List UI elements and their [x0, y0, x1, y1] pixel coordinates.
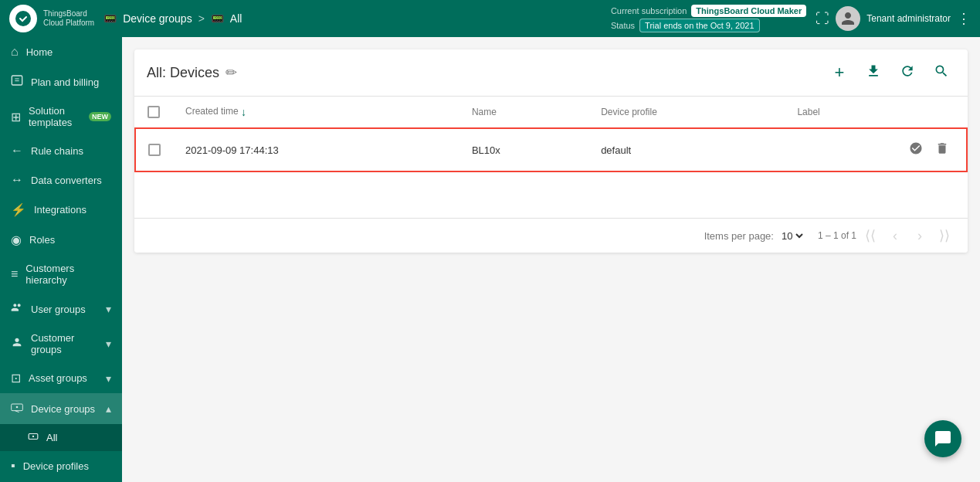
- refresh-button[interactable]: [894, 59, 921, 87]
- customer-groups-icon: [11, 336, 23, 351]
- topbar-right: Current subscription ThingsBoard Cloud M…: [611, 5, 971, 32]
- upload-button[interactable]: [860, 59, 887, 87]
- sidebar-label-device-groups: Device groups: [31, 403, 98, 415]
- roles-icon: ◉: [11, 233, 22, 247]
- layout: ⌂ Home Plan and billing ⊞ Solution templ…: [0, 37, 980, 482]
- topbar-left: ThingsBoard Cloud Platform 📟 Device grou…: [9, 5, 242, 32]
- per-page-select[interactable]: 10 25 50: [778, 229, 805, 243]
- table-body: 2021-09-09 17:44:13 BL10x default: [135, 128, 967, 218]
- header-checkbox[interactable]: [148, 106, 160, 118]
- items-per-page-label: Items per page:: [704, 230, 774, 242]
- rule-chains-icon: ←: [11, 144, 23, 158]
- solution-icon: ⊞: [11, 110, 21, 124]
- sidebar-label-integrations: Integrations: [34, 204, 111, 216]
- fullscreen-icon[interactable]: ⛶: [816, 11, 829, 27]
- empty-row: [135, 171, 967, 218]
- col-name: Name: [459, 97, 588, 128]
- prev-page-icon: ‹: [893, 228, 897, 244]
- sidebar-label-customer-groups: Customer groups: [31, 332, 98, 355]
- col-label: Label: [785, 97, 967, 128]
- sidebar-item-home[interactable]: ⌂ Home: [0, 37, 122, 66]
- more-icon[interactable]: ⋮: [957, 10, 971, 27]
- status-badge: Trial ends on the Oct 9, 2021: [639, 19, 759, 32]
- add-button[interactable]: +: [826, 59, 853, 87]
- sidebar-label-user-groups: User groups: [31, 304, 98, 315]
- sidebar-item-data-converters[interactable]: ↔ Data converters: [0, 165, 122, 195]
- edit-title-icon[interactable]: ✏: [226, 64, 237, 81]
- add-icon: +: [835, 63, 845, 83]
- sidebar-item-integrations[interactable]: ⚡ Integrations: [0, 195, 122, 225]
- table-row[interactable]: 2021-09-09 17:44:13 BL10x default: [135, 128, 967, 171]
- sidebar-label-data-converters: Data converters: [31, 175, 111, 186]
- row-checkbox[interactable]: [148, 144, 161, 156]
- chat-fab[interactable]: [924, 420, 961, 457]
- header-checkbox-cell: [135, 97, 173, 128]
- sidebar-item-solution-templates[interactable]: ⊞ Solution templates NEW: [0, 97, 122, 136]
- user-groups-chevron: ▾: [106, 303, 111, 315]
- cell-device-profile: default: [588, 128, 785, 171]
- customers-icon: ≡: [11, 267, 18, 281]
- sidebar-item-rule-chains[interactable]: ← Rule chains: [0, 136, 122, 165]
- page-title: All: Devices: [147, 65, 219, 81]
- avatar[interactable]: [836, 6, 860, 31]
- sidebar-item-device-profiles[interactable]: ▪ Device profiles: [0, 451, 122, 480]
- search-icon: [934, 63, 949, 83]
- cell-name: BL10x: [459, 128, 588, 171]
- sidebar-item-customer-groups[interactable]: Customer groups ▾: [0, 324, 122, 363]
- table-container: Created time ↓ Name Device profile: [134, 97, 968, 218]
- first-page-icon: ⟨⟨: [865, 227, 876, 244]
- card-title: All: Devices ✏: [147, 64, 237, 81]
- sidebar-item-customers-hierarchy[interactable]: ≡ Customers hierarchy: [0, 255, 122, 294]
- last-page-button[interactable]: ⟩⟩: [934, 225, 955, 246]
- sidebar-label-solution: Solution templates: [29, 105, 81, 128]
- col-device-profile: Device profile: [588, 97, 785, 128]
- topbar-icons: ⛶ Tenant administrator ⋮: [816, 6, 971, 31]
- content-area: All: Devices ✏ +: [122, 37, 980, 482]
- data-converters-icon: ↔: [11, 173, 23, 187]
- integrations-icon: ⚡: [11, 202, 26, 217]
- prev-page-button[interactable]: ‹: [884, 225, 906, 246]
- devices-card: All: Devices ✏ +: [134, 49, 968, 253]
- row-checkbox-cell: [135, 128, 173, 171]
- last-page-icon: ⟩⟩: [939, 227, 950, 244]
- col-created-time[interactable]: Created time ↓: [173, 97, 459, 128]
- cell-created-time: 2021-09-09 17:44:13: [173, 128, 459, 171]
- sidebar-subitem-all[interactable]: All: [0, 424, 122, 451]
- customer-groups-chevron: ▾: [106, 338, 111, 350]
- breadcrumb-parent[interactable]: Device groups: [123, 12, 192, 25]
- subscription-info: Current subscription ThingsBoard Cloud M…: [611, 5, 806, 32]
- table-footer: Items per page: 10 25 50 1 – 1 of 1 ⟨⟨: [134, 218, 968, 253]
- home-icon: ⌂: [11, 45, 19, 59]
- logo-area: ThingsBoard Cloud Platform: [9, 5, 94, 32]
- logo-icon: [9, 5, 37, 32]
- delete-icon: [935, 141, 949, 159]
- manage-icon: [909, 141, 923, 159]
- manage-credentials-button[interactable]: [904, 138, 927, 161]
- first-page-button[interactable]: ⟨⟨: [860, 225, 881, 246]
- breadcrumb-current: All: [230, 12, 242, 25]
- subscription-badge: ThingsBoard Cloud Maker: [691, 5, 806, 17]
- sidebar-item-device-groups[interactable]: Device groups ▴: [0, 393, 122, 424]
- upload-icon: [866, 63, 881, 83]
- device-groups-icon: [11, 401, 23, 416]
- sidebar-item-user-groups[interactable]: User groups ▾: [0, 294, 122, 324]
- sidebar-item-asset-groups[interactable]: ⊡ Asset groups ▾: [0, 363, 122, 393]
- sidebar-item-plan-billing[interactable]: Plan and billing: [0, 66, 122, 97]
- svg-point-0: [15, 11, 31, 26]
- refresh-icon: [900, 63, 915, 83]
- next-page-button[interactable]: ›: [909, 225, 931, 246]
- table-header: Created time ↓ Name Device profile: [135, 97, 967, 128]
- page-range: 1 – 1 of 1: [818, 230, 856, 241]
- status-label: Status: [611, 21, 635, 30]
- sidebar-label-all: All: [46, 432, 57, 443]
- devices-table: Created time ↓ Name Device profile: [134, 97, 968, 218]
- search-button[interactable]: [927, 59, 955, 87]
- new-badge: NEW: [89, 112, 111, 121]
- next-page-icon: ›: [917, 228, 922, 244]
- breadcrumb-icon2: 📟: [211, 12, 224, 25]
- sidebar-item-roles[interactable]: ◉ Roles: [0, 225, 122, 255]
- svg-rect-1: [12, 76, 22, 85]
- sidebar: ⌂ Home Plan and billing ⊞ Solution templ…: [0, 37, 122, 482]
- delete-button[interactable]: [931, 138, 954, 161]
- breadcrumb-icon: 📟: [103, 12, 117, 25]
